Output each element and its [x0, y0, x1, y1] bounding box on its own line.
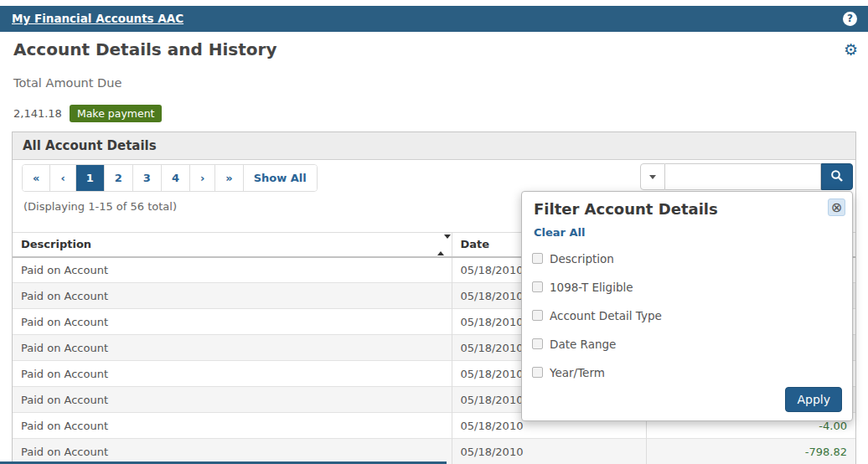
first-page-button[interactable]: « — [23, 165, 49, 191]
page-button-4[interactable]: 4 — [161, 165, 189, 191]
top-navigation-bar: My Financial Accounts AAC ? — [0, 6, 868, 32]
cell-description: Paid on Account — [13, 257, 452, 283]
filter-option: Account Detail Type — [532, 307, 662, 323]
column-header-description-label: Description — [21, 238, 91, 250]
filter-popup-title: Filter Account Details — [534, 200, 718, 218]
page-button-3[interactable]: 3 — [132, 165, 161, 191]
apply-button[interactable]: Apply — [785, 387, 842, 412]
cell-description: Paid on Account — [13, 283, 452, 309]
filter-checkbox-2[interactable] — [532, 310, 543, 321]
filter-checkbox-3[interactable] — [532, 338, 543, 349]
filter-option-label[interactable]: Date Range — [550, 338, 616, 351]
page-title: Account Details and History — [13, 39, 276, 59]
page-button-1[interactable]: 1 — [75, 165, 104, 191]
column-header-description[interactable]: Description — [13, 233, 452, 257]
next-page-button[interactable]: › — [189, 165, 214, 191]
search-button[interactable] — [821, 163, 853, 190]
magnifier-icon — [830, 169, 844, 185]
sort-icon[interactable] — [437, 239, 444, 250]
filter-option: Date Range — [532, 336, 662, 352]
total-amount-due-label: Total Amount Due — [13, 76, 121, 90]
page-button-2[interactable]: 2 — [104, 165, 132, 191]
show-all-button[interactable]: Show All — [243, 165, 317, 191]
filter-checkbox-1[interactable] — [532, 281, 543, 292]
panel-header: All Account Details — [13, 132, 855, 160]
cell-amount: -798.82 — [646, 439, 855, 464]
cell-description: Paid on Account — [13, 309, 452, 335]
caret-down-icon — [649, 175, 656, 179]
cell-description: Paid on Account — [13, 439, 452, 464]
cell-description: Paid on Account — [13, 413, 452, 439]
make-payment-button[interactable]: Make payment — [70, 105, 163, 122]
filter-options-list: Description1098-T EligibleAccount Detail… — [532, 250, 662, 393]
total-amount-row: 2,141.18 Make payment — [13, 105, 162, 122]
close-icon[interactable]: ⊗ — [828, 198, 845, 216]
cell-description: Paid on Account — [13, 387, 452, 413]
pagination: «‹1234›»Show All — [22, 164, 318, 192]
help-icon[interactable]: ? — [843, 12, 857, 26]
cell-description: Paid on Account — [13, 335, 452, 361]
filter-option-label[interactable]: Year/Term — [550, 366, 605, 379]
clear-all-link[interactable]: Clear All — [534, 226, 586, 239]
filter-option-label[interactable]: Account Detail Type — [550, 309, 662, 322]
gear-icon[interactable]: ⚙ — [844, 41, 858, 58]
search-input[interactable] — [665, 163, 821, 190]
filter-option: Year/Term — [532, 364, 662, 380]
displaying-count-text: (Displaying 1-15 of 56 total) — [23, 200, 177, 213]
app-window: My Financial Accounts AAC ? Account Deta… — [0, 0, 868, 464]
cell-description: Paid on Account — [13, 361, 452, 387]
filter-popup: Filter Account Details ⊗ Clear All Descr… — [521, 191, 853, 421]
column-header-date-label: Date — [461, 238, 490, 250]
filter-option: Description — [532, 250, 662, 266]
filter-checkbox-4[interactable] — [532, 367, 543, 378]
filter-option-label[interactable]: Description — [550, 252, 614, 266]
filter-option-label[interactable]: 1098-T Eligible — [550, 281, 633, 294]
my-financial-accounts-link[interactable]: My Financial Accounts AAC — [12, 6, 183, 32]
prev-page-button[interactable]: ‹ — [49, 165, 75, 191]
cell-date: 05/18/2010 — [452, 439, 646, 464]
filter-option: 1098-T Eligible — [532, 279, 662, 295]
total-amount-value: 2,141.18 — [13, 107, 62, 120]
search-dropdown-button[interactable] — [640, 163, 665, 190]
search-group — [640, 163, 853, 190]
table-row: Paid on Account05/18/2010-798.82 — [13, 439, 855, 464]
filter-checkbox-0[interactable] — [532, 253, 543, 264]
last-page-button[interactable]: » — [214, 165, 242, 191]
